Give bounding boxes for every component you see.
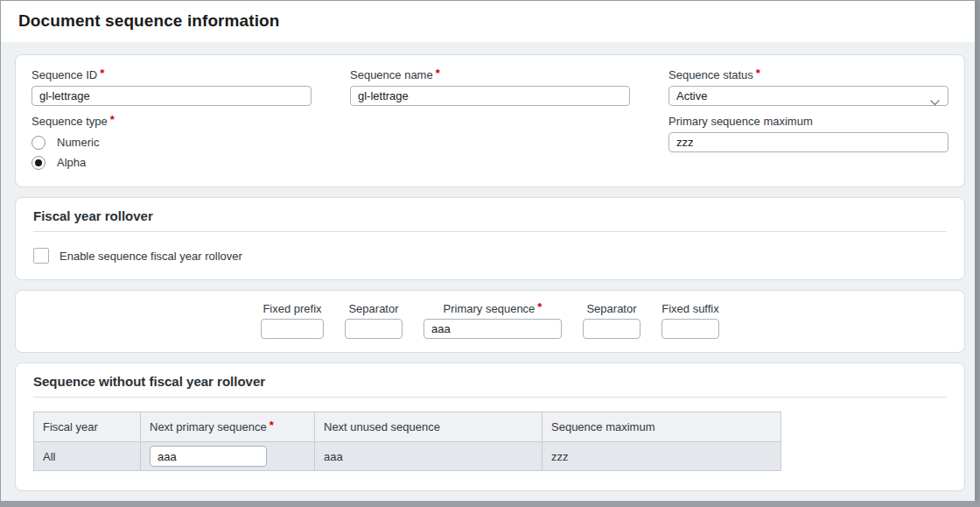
separator-2-label: Separator [583,302,640,315]
radio-alpha[interactable]: Alpha [32,152,312,173]
sequence-table-card: Sequence without fiscal year rollover Fi… [15,363,965,491]
column-sequence-maximum: Sequence maximum [542,412,781,442]
primary-sequence-input[interactable] [424,319,562,339]
primary-sequence-maximum-label: Primary sequence maximum [668,115,948,128]
required-asterisk: * [756,67,760,80]
sequence-type-label: Sequence type* [32,115,312,128]
page-header: Document sequence information [1,1,979,42]
sequence-name-label: Sequence name* [350,68,630,81]
separator-1-input[interactable] [345,319,402,339]
document-sequence-window: Document sequence information Sequence I… [0,0,980,507]
sequence-name-input[interactable] [350,86,630,106]
sequence-table-title: Sequence without fiscal year rollover [33,374,947,389]
fiscal-rollover-card: Fiscal year rollover Enable sequence fis… [15,197,965,280]
radio-numeric-label: Numeric [57,136,99,149]
radio-numeric[interactable]: Numeric [32,132,312,152]
cell-next-primary-sequence [141,442,315,471]
primary-sequence-maximum-field: Primary sequence maximum [668,115,948,173]
vertical-scrollbar[interactable] [975,1,979,506]
radio-circle-selected [32,156,46,170]
sequence-status-label: Sequence status* [668,68,948,81]
main-form-card: Sequence ID* Sequence name* Sequence sta… [15,54,965,187]
required-asterisk: * [100,67,104,80]
sequence-id-field: Sequence ID* [32,68,312,106]
separator-2-field: Separator [583,302,640,339]
cell-next-unused-sequence: aaa [315,442,542,471]
fixed-suffix-label: Fixed suffix [662,302,719,315]
column-next-unused-sequence: Next unused sequence [315,412,542,442]
sequence-table: Fiscal year Next primary sequence* Next … [33,412,781,471]
primary-sequence-field: Primary sequence* [424,302,562,339]
section-divider [33,397,947,398]
enable-rollover-row: Enable sequence fiscal year rollover [33,248,947,264]
sequence-status-value: Active [676,89,707,102]
fixed-suffix-field: Fixed suffix [662,302,719,339]
sequence-name-field: Sequence name* [350,68,630,106]
required-asterisk: * [110,113,115,126]
table-header-row: Fiscal year Next primary sequence* Next … [34,412,781,442]
sequence-type-field: Sequence type* Numeric Alpha [32,115,312,173]
primary-sequence-maximum-input[interactable] [668,132,948,152]
fixed-prefix-field: Fixed prefix [261,302,324,339]
radio-circle-unselected [32,136,46,150]
page-title: Document sequence information [18,11,962,31]
sequence-id-input[interactable] [32,86,312,106]
sequence-type-radio-group: Numeric Alpha [32,132,312,173]
required-asterisk: * [537,300,542,313]
table-row: All aaa zzz [34,442,781,471]
separator-1-field: Separator [345,302,402,339]
enable-rollover-label: Enable sequence fiscal year rollover [60,250,242,263]
required-asterisk: * [436,67,440,80]
column-next-primary-sequence: Next primary sequence* [141,412,315,442]
fiscal-rollover-title: Fiscal year rollover [33,208,947,223]
required-asterisk: * [270,419,274,432]
separator-2-input[interactable] [583,319,640,339]
sequence-id-label: Sequence ID* [32,68,312,81]
separator-1-label: Separator [345,302,402,315]
enable-rollover-checkbox[interactable] [33,248,49,264]
chevron-down-icon [930,93,940,111]
section-divider [33,231,947,232]
cell-sequence-maximum: zzz [542,442,781,471]
next-primary-sequence-input[interactable] [150,446,267,467]
fixed-suffix-input[interactable] [662,319,719,339]
sequence-status-field: Sequence status* Active [668,68,948,106]
grid-spacer [350,115,630,173]
sequence-status-select[interactable]: Active [668,86,948,106]
cell-fiscal-year: All [34,442,141,471]
fixed-prefix-label: Fixed prefix [261,302,324,315]
sequence-format-card: Fixed prefix Separator Primary sequence*… [15,290,965,353]
primary-sequence-label: Primary sequence* [424,302,562,315]
horizontal-scrollbar[interactable] [1,501,979,506]
radio-alpha-label: Alpha [57,156,86,169]
column-fiscal-year: Fiscal year [34,412,141,442]
fixed-prefix-input[interactable] [261,319,324,339]
